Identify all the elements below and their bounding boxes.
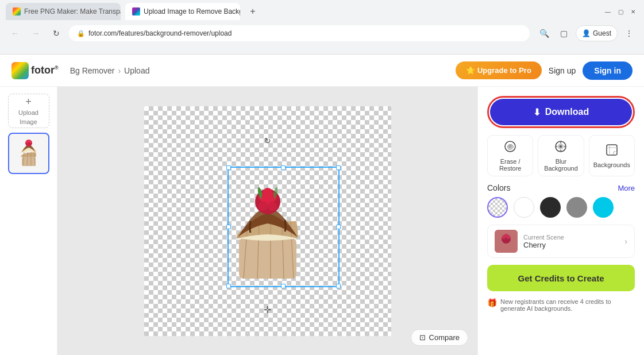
extensions-icon[interactable]: ▢ (556, 25, 572, 41)
signin-button[interactable]: Sign in (583, 61, 633, 80)
backgrounds-tool[interactable]: Backgrounds (589, 135, 635, 176)
address-input[interactable]: 🔒 fotor.com/features/background-remover/… (69, 25, 530, 41)
app-header: fotor® Bg Remover › Upload ⭐ Upgrade to … (0, 55, 644, 87)
upload-label-2: Image (20, 118, 37, 125)
corner-tr[interactable] (336, 165, 341, 170)
svg-rect-9 (239, 238, 296, 279)
reload-button[interactable]: ↻ (48, 25, 64, 41)
scene-thumbnail (495, 230, 518, 253)
scene-name: Cherry (523, 241, 624, 249)
browser-chrome: Free PNG Maker: Make Transpar... ✕ Uploa… (0, 0, 644, 55)
upload-label-1: Upload (18, 109, 38, 116)
checker-background: ↻ (144, 106, 391, 336)
scene-row[interactable]: Current Scene Cherry › (487, 225, 635, 258)
compare-button[interactable]: ⊡ Compare (411, 329, 468, 346)
breadcrumb: Bg Remover › Upload (70, 66, 150, 75)
get-credits-button[interactable]: Get Credits to Create (487, 265, 635, 291)
profile-icon: 👤 (582, 29, 591, 37)
color-cyan[interactable] (593, 197, 614, 218)
tab-1-favicon (13, 7, 21, 16)
cupcake-thumbnail-svg (11, 136, 46, 171)
new-tab-button[interactable]: + (245, 3, 261, 20)
colors-section: Colors More (487, 183, 635, 218)
tab-1[interactable]: Free PNG Maker: Make Transpar... ✕ (6, 3, 121, 20)
upgrade-to-pro-button[interactable]: ⭐ Upgrade to Pro (456, 61, 542, 79)
rotate-handle[interactable]: ↻ (262, 135, 273, 146)
download-icon: ⬇ (533, 107, 541, 118)
window-controls: — ▢ ✕ (603, 6, 638, 17)
scene-sublabel: Current Scene (523, 234, 624, 241)
address-text: fotor.com/features/background-remover/up… (88, 29, 232, 37)
corner-rm[interactable] (336, 225, 341, 229)
color-black[interactable] (540, 197, 561, 218)
tab-2-favicon (132, 7, 140, 16)
fotor-icon (11, 62, 29, 79)
cupcake-canvas-svg (216, 175, 319, 284)
left-sidebar: + Upload Image (0, 87, 57, 355)
promo-text: 🎁 New registrants can receive 4 credits … (487, 298, 635, 312)
lock-icon: 🔒 (77, 30, 85, 37)
svg-point-29 (556, 145, 558, 147)
corner-tm[interactable] (281, 165, 286, 170)
guest-label: Guest (593, 29, 611, 37)
colors-header: Colors More (487, 183, 635, 192)
gift-icon: 🎁 (487, 298, 497, 307)
plus-icon: + (25, 97, 32, 107)
guest-profile-button[interactable]: 👤 Guest (576, 25, 618, 41)
backgrounds-label: Backgrounds (593, 161, 630, 168)
color-gray[interactable] (566, 197, 587, 218)
corner-bl[interactable] (226, 284, 231, 288)
address-bar: ← → ↻ 🔒 fotor.com/features/background-re… (0, 23, 644, 44)
color-transparent[interactable] (487, 197, 508, 218)
maximize-button[interactable]: ▢ (615, 6, 626, 17)
erase-restore-tool[interactable]: Erase /Restore (487, 135, 533, 176)
svg-rect-31 (607, 145, 617, 155)
close-button[interactable]: ✕ (628, 6, 638, 17)
svg-point-38 (504, 234, 508, 237)
breadcrumb-upload: Upload (124, 66, 149, 75)
svg-point-20 (259, 202, 268, 211)
colors-row (487, 197, 635, 218)
download-label: Download (545, 107, 589, 117)
corner-br[interactable] (336, 284, 341, 288)
blur-background-label: BlurBackground (544, 158, 578, 172)
breadcrumb-bg-remover[interactable]: Bg Remover (70, 66, 115, 75)
tab-2[interactable]: Upload Image to Remove Backg... ✕ (125, 3, 240, 20)
main-area: + Upload Image (0, 87, 644, 355)
download-button-wrapper: ⬇ Download (487, 96, 635, 128)
right-panel: ⬇ Download Erase /Restore (477, 87, 644, 355)
browser-actions: 🔍 ▢ 👤 Guest ⋮ (537, 25, 637, 41)
minimize-button[interactable]: — (603, 6, 613, 17)
more-options-icon[interactable]: ⋮ (621, 25, 637, 41)
erase-restore-icon (504, 140, 516, 156)
blur-background-icon (554, 140, 567, 156)
corner-bm[interactable] (281, 284, 286, 288)
fotor-logo: fotor® (11, 62, 59, 79)
signup-button[interactable]: Sign up (549, 66, 576, 75)
svg-point-27 (560, 141, 562, 143)
forward-button[interactable]: → (28, 25, 44, 41)
colors-more-button[interactable]: More (618, 184, 635, 192)
move-handle[interactable]: ✛ (262, 304, 273, 316)
svg-point-30 (564, 145, 566, 147)
upload-image-button[interactable]: + Upload Image (8, 94, 49, 128)
colors-label: Colors (487, 183, 510, 192)
svg-point-21 (268, 202, 277, 211)
svg-point-26 (560, 145, 562, 148)
canvas-area: ↻ (57, 87, 477, 355)
back-button[interactable]: ← (7, 25, 23, 41)
scene-info: Current Scene Cherry (523, 234, 624, 249)
app: fotor® Bg Remover › Upload ⭐ Upgrade to … (0, 55, 644, 355)
scene-thumb-svg (495, 230, 518, 253)
promo-description: New registrants can receive 4 credits to… (500, 298, 635, 312)
corner-tl[interactable] (226, 165, 231, 170)
search-icon[interactable]: 🔍 (537, 25, 553, 41)
color-white[interactable] (514, 197, 534, 218)
blur-background-tool[interactable]: BlurBackground (538, 135, 584, 176)
svg-point-8 (28, 140, 30, 142)
backgrounds-icon (606, 144, 618, 159)
download-button[interactable]: ⬇ Download (490, 99, 632, 125)
svg-point-18 (263, 188, 272, 197)
thumbnail-item[interactable] (8, 133, 49, 174)
header-actions: ⭐ Upgrade to Pro Sign up Sign in (456, 61, 633, 80)
